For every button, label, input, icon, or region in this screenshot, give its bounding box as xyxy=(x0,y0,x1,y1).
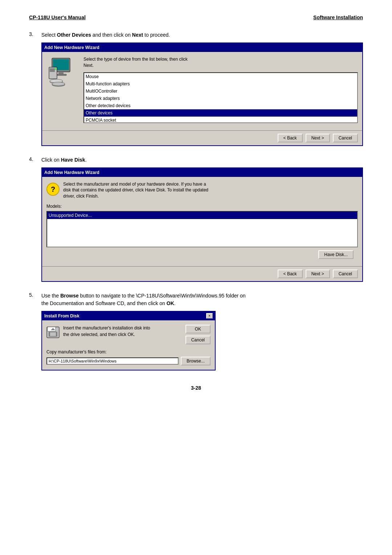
list-item[interactable]: MultIOController xyxy=(84,88,357,95)
list-item[interactable]: Mouse xyxy=(84,73,357,80)
dialog-description: Insert the manufacturer's installation d… xyxy=(63,325,150,338)
step-4-text-before: Click on xyxy=(41,157,61,163)
manual-title: CP-118U User's Manual xyxy=(29,15,86,20)
wizard1-titlebar: Add New Hardware Wizard xyxy=(42,43,362,52)
floppy-svg xyxy=(46,327,60,338)
floppy-icon xyxy=(46,326,60,343)
step-5: 5. Use the Browse button to navigate to … xyxy=(29,292,363,370)
svg-point-6 xyxy=(55,68,56,70)
wizard2-footer: < Back Next > Cancel xyxy=(42,266,362,281)
copy-input-row: Browse... xyxy=(46,357,211,365)
list-item[interactable]: Other detected devices xyxy=(84,102,357,109)
wizard1-content: Select the type of device from the list … xyxy=(83,56,358,123)
list-item[interactable]: Unsupported Device... xyxy=(47,212,357,219)
step-3-text-middle: and then click on xyxy=(91,32,132,38)
wizard1-icon-area xyxy=(46,56,79,123)
models-label: Models: xyxy=(46,203,358,210)
wizard2-models-list[interactable]: Unsupported Device... xyxy=(46,211,358,247)
svg-rect-5 xyxy=(50,68,55,72)
step-4-text: Click on Have Disk. Add New Hardware Wiz… xyxy=(41,156,363,282)
step-number-4: 4. xyxy=(29,156,36,162)
list-item[interactable]: Other devices xyxy=(84,109,357,117)
step-number-5: 5. xyxy=(29,292,36,298)
section-title: Software Installation xyxy=(313,15,363,20)
step-3-bold2: Next xyxy=(132,32,143,38)
step-4-text-after: . xyxy=(85,157,87,163)
wizard2-next-button[interactable]: Next > xyxy=(306,270,330,278)
dialog-close-button[interactable]: × xyxy=(206,313,213,319)
install-from-disk-dialog: Install From Disk × xyxy=(41,311,216,370)
step-3: 3. Select Other Devices and then click o… xyxy=(29,31,363,146)
wizard1-title: Add New Hardware Wizard xyxy=(44,44,99,51)
list-item[interactable]: Multi-function adapters xyxy=(84,80,357,88)
wizard2-titlebar: Add New Hardware Wizard xyxy=(42,168,362,177)
wizard1-next-button[interactable]: Next > xyxy=(306,134,330,142)
computer-icon xyxy=(48,56,77,89)
wizard1-back-button[interactable]: < Back xyxy=(278,134,303,142)
copy-path-input[interactable] xyxy=(46,357,179,365)
list-item[interactable]: Network adapters xyxy=(84,95,357,102)
wizard2-description: Select the manufacturer and model of you… xyxy=(63,181,208,199)
step-5-text: Use the Browse button to navigate to the… xyxy=(41,292,363,370)
page-number: 3-28 xyxy=(29,385,363,391)
wizard2-window: Add New Hardware Wizard ? Select the man… xyxy=(41,167,363,282)
wizard2-title: Add New Hardware Wizard xyxy=(44,169,99,176)
have-disk-button[interactable]: Have Disk... xyxy=(318,250,354,259)
have-disk-row: Have Disk... xyxy=(46,247,358,259)
svg-point-10 xyxy=(52,82,65,86)
wizard1-window: Add New Hardware Wizard xyxy=(41,42,363,146)
svg-rect-12 xyxy=(48,327,56,331)
dialog-cancel-button[interactable]: Cancel xyxy=(185,336,211,344)
wizard1-list[interactable]: MouseMulti-function adaptersMultIOContro… xyxy=(83,72,358,123)
dialog-top-row: Insert the manufacturer's installation d… xyxy=(46,325,211,344)
wizard2-body: ? Select the manufacturer and model of y… xyxy=(42,177,362,263)
dialog-title: Install From Disk xyxy=(44,313,79,319)
wizard2-top-row: ? Select the manufacturer and model of y… xyxy=(46,181,358,203)
step-number-3: 3. xyxy=(29,31,36,37)
dialog-buttons: OK Cancel xyxy=(185,325,211,344)
step-5-bold2: OK xyxy=(167,300,174,306)
wizard2-cancel-button[interactable]: Cancel xyxy=(333,270,358,278)
question-icon: ? xyxy=(46,183,60,196)
wizard2-back-button[interactable]: < Back xyxy=(278,270,303,278)
step-3-bold1: Other Devices xyxy=(57,32,91,38)
dialog-titlebar: Install From Disk × xyxy=(42,312,215,320)
copy-row: Copy manufacturer's files from: Browse..… xyxy=(46,349,211,365)
copy-label: Copy manufacturer's files from: xyxy=(46,349,211,355)
wizard1-body: Select the type of device from the list … xyxy=(42,52,362,127)
svg-rect-2 xyxy=(58,72,64,74)
dialog-left: Insert the manufacturer's installation d… xyxy=(46,325,182,343)
wizard1-cancel-button[interactable]: Cancel xyxy=(333,134,358,142)
dialog-ok-button[interactable]: OK xyxy=(185,325,211,333)
wizard1-description: Select the type of device from the list … xyxy=(83,56,358,69)
dialog-body: Insert the manufacturer's installation d… xyxy=(42,320,215,370)
wizard2-icon-area: ? xyxy=(46,181,60,196)
browse-button[interactable]: Browse... xyxy=(181,357,211,365)
page-header: CP-118U User's Manual Software Installat… xyxy=(29,15,363,20)
step-3-text: Select Other Devices and then click on N… xyxy=(41,31,363,146)
step-5-text-before: Use the xyxy=(41,293,60,299)
wizard1-footer: < Back Next > Cancel xyxy=(42,130,362,145)
step-5-bold1: Browse xyxy=(60,293,79,299)
step-5-text-after: . xyxy=(174,300,176,306)
list-item[interactable]: PCMCIA socket xyxy=(84,117,357,123)
step-4: 4. Click on Have Disk. Add New Hardware … xyxy=(29,156,363,282)
step-3-text-after: to proceed. xyxy=(143,32,170,38)
svg-rect-14 xyxy=(50,332,56,336)
step-4-bold1: Have Disk xyxy=(61,157,85,163)
step-3-text-before: Select xyxy=(41,32,57,38)
